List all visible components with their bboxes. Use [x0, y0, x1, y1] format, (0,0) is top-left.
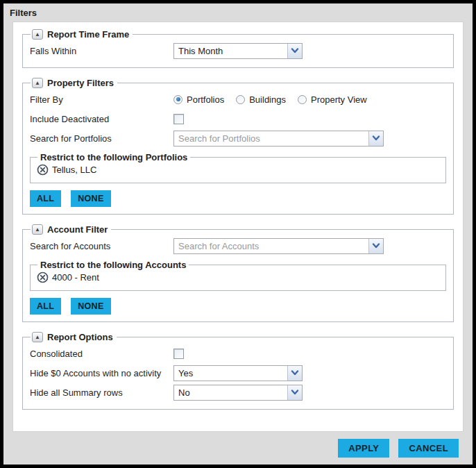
search-accounts-label: Search for Accounts	[30, 241, 173, 251]
portfolio-select-buttons: ALL NONE	[30, 190, 446, 207]
apply-button[interactable]: APPLY	[338, 439, 389, 458]
restricted-portfolio-name: Tellus, LLC	[52, 165, 96, 175]
chevron-down-icon[interactable]	[368, 239, 383, 253]
all-button[interactable]: ALL	[30, 190, 61, 207]
hide-zero-accounts-row: Hide $0 Accounts with no activity Yes	[30, 363, 446, 383]
radio-button-icon[interactable]	[173, 95, 182, 104]
none-button[interactable]: NONE	[71, 298, 110, 315]
chevron-down-icon[interactable]	[287, 385, 302, 400]
radio-portfolios[interactable]: Portfolios	[173, 94, 224, 105]
search-accounts-row: Search for Accounts Search for Accounts	[30, 236, 446, 256]
hide-summary-rows-value: No	[174, 385, 287, 400]
remove-circle-x-icon[interactable]	[37, 164, 49, 176]
radio-label: Portfolios	[187, 94, 224, 105]
search-portfolios-label: Search for Portfolios	[30, 133, 173, 144]
cancel-button[interactable]: CANCEL	[398, 439, 459, 458]
filter-by-radio-group: Portfolios Buildings Property View	[173, 94, 367, 105]
collapse-icon[interactable]: ▲	[32, 78, 43, 88]
collapse-icon[interactable]: ▲	[32, 29, 43, 40]
dialog-footer: APPLY CANCEL	[3, 432, 473, 465]
consolidated-checkbox[interactable]	[173, 349, 184, 359]
section-legend: ▲ Account Filter	[31, 224, 111, 235]
include-deactivated-checkbox[interactable]	[173, 114, 184, 124]
radio-button-icon[interactable]	[298, 95, 307, 104]
hide-zero-accounts-value: Yes	[174, 366, 287, 381]
hide-summary-rows-row: Hide all Summary rows No	[30, 383, 446, 402]
search-portfolios-row: Search for Portfolios Search for Portfol…	[30, 128, 446, 148]
section-title: Account Filter	[47, 224, 108, 235]
restrict-portfolios-legend: Restrict to the following Portfolios	[37, 152, 190, 162]
filter-by-label: Filter By	[30, 94, 173, 105]
chevron-down-icon[interactable]	[287, 366, 302, 381]
section-legend: ▲ Report Options	[31, 332, 117, 342]
section-legend: ▲ Property Filters	[31, 78, 117, 88]
content-panel: ▲ Report Time Frame Falls Within This Mo…	[12, 22, 464, 432]
radio-buildings[interactable]: Buildings	[236, 94, 286, 105]
filter-by-row: Filter By Portfolios Buildings Property …	[30, 90, 446, 109]
dialog-title: Filters	[3, 3, 473, 22]
falls-within-label: Falls Within	[30, 46, 173, 56]
collapse-icon[interactable]: ▲	[32, 332, 43, 342]
restricted-account-item: 4000 - Rent	[36, 270, 440, 285]
radio-label: Property View	[311, 94, 367, 105]
section-account-filter: ▲ Account Filter Search for Accounts Sea…	[22, 224, 454, 322]
search-portfolios-placeholder: Search for Portfolios	[174, 131, 368, 146]
radio-property-view[interactable]: Property View	[298, 94, 367, 105]
hide-zero-accounts-label: Hide $0 Accounts with no activity	[30, 368, 173, 378]
consolidated-label: Consolidated	[30, 349, 173, 359]
chevron-down-icon[interactable]	[287, 44, 302, 58]
all-button[interactable]: ALL	[30, 298, 61, 315]
restricted-account-name: 4000 - Rent	[52, 272, 99, 283]
search-accounts-combobox[interactable]: Search for Accounts	[173, 238, 384, 254]
section-title: Property Filters	[47, 78, 114, 88]
chevron-down-icon[interactable]	[368, 131, 383, 146]
filters-dialog: Filters ▲ Report Time Frame Falls Within…	[0, 0, 476, 468]
section-title: Report Time Frame	[47, 29, 129, 40]
collapse-icon[interactable]: ▲	[32, 224, 43, 235]
falls-within-row: Falls Within This Month	[30, 41, 446, 60]
falls-within-value: This Month	[174, 44, 287, 58]
section-property-filters: ▲ Property Filters Filter By Portfolios …	[22, 78, 454, 215]
radio-button-icon[interactable]	[236, 95, 245, 104]
hide-summary-rows-label: Hide all Summary rows	[30, 387, 173, 398]
account-select-buttons: ALL NONE	[30, 298, 446, 315]
restrict-accounts-legend: Restrict to the following Accounts	[37, 260, 189, 270]
restrict-portfolios-fieldset: Restrict to the following Portfolios Tel…	[30, 152, 446, 183]
none-button[interactable]: NONE	[71, 190, 110, 207]
hide-summary-rows-select[interactable]: No	[173, 385, 303, 401]
hide-zero-accounts-select[interactable]: Yes	[173, 365, 303, 381]
section-legend: ▲ Report Time Frame	[31, 29, 133, 40]
search-portfolios-combobox[interactable]: Search for Portfolios	[173, 131, 384, 147]
remove-circle-x-icon[interactable]	[37, 271, 49, 283]
consolidated-row: Consolidated	[30, 344, 446, 363]
restricted-portfolio-item: Tellus, LLC	[36, 162, 440, 178]
search-accounts-placeholder: Search for Accounts	[174, 239, 368, 253]
restrict-accounts-fieldset: Restrict to the following Accounts 4000 …	[30, 260, 446, 291]
include-deactivated-label: Include Deactivated	[30, 114, 173, 124]
radio-label: Buildings	[249, 94, 286, 105]
falls-within-select[interactable]: This Month	[173, 43, 303, 59]
section-report-options: ▲ Report Options Consolidated Hide $0 Ac…	[22, 332, 454, 410]
section-report-time-frame: ▲ Report Time Frame Falls Within This Mo…	[22, 29, 454, 68]
section-title: Report Options	[47, 332, 113, 342]
include-deactivated-row: Include Deactivated	[30, 109, 446, 128]
